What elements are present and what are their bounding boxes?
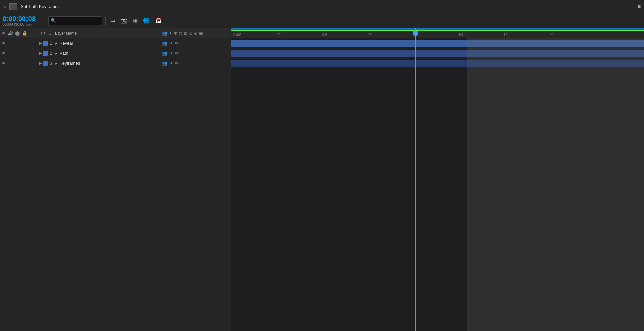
search-icon: 🔍 — [51, 18, 56, 23]
toolbar: 0:00:00:08 00008 (30.00 fps) 🔍 ⇄ 📷 ▦ 🌐 📅 — [0, 13, 644, 28]
current-time[interactable]: 0:00:00:08 — [3, 15, 46, 22]
layer-3-star: ★ — [54, 61, 58, 66]
panel-header: × Set Path Keyframes ≡ — [0, 0, 644, 13]
layer-3-vis: 👁 — [1, 61, 38, 66]
eye-icon[interactable]: 👁 — [1, 41, 6, 46]
globe-button[interactable]: 🌐 — [141, 17, 151, 24]
layer-2-expand[interactable]: ▶ — [38, 51, 43, 55]
extra-icon[interactable]: ▣ — [199, 31, 203, 36]
layer-2-controls: 👥 ✦ ✏ — [159, 51, 230, 56]
layer-row[interactable]: 👁 ▶ 1 ★ Reveal 👥 ✦ ✏ — [0, 38, 231, 48]
main-area: 👁 🔊 ⬤ 🔒 🏷 # Layer Name 👥 ✦ ⊕ fx ▦ ⊙ ⊗ ▣ — [0, 28, 644, 331]
pencil-icon[interactable]: ✏ — [175, 41, 179, 46]
lock-icon[interactable]: 🔒 — [22, 31, 28, 36]
ruler-mark-12f: 12f — [504, 33, 508, 37]
layer-2-vis: 👁 — [1, 51, 38, 56]
audio-icon[interactable]: 🔊 — [8, 31, 13, 36]
visibility-column-icons: 👁 🔊 ⬤ 🔒 — [1, 31, 38, 36]
blend-icon[interactable]: ⊙ — [189, 31, 193, 36]
pencil-icon[interactable]: ✏ — [175, 51, 179, 56]
name-column-header: Layer Name — [54, 31, 159, 36]
parent-link-icon[interactable]: 👥 — [162, 51, 167, 56]
timeline-ruler[interactable]: 0:00f 02f 04f 06f 10f 12f 14f — [231, 28, 644, 38]
num-column-header: # — [47, 31, 54, 36]
control-column-icons: 👥 ✦ ⊕ fx ▦ ⊙ ⊗ ▣ — [159, 31, 230, 36]
motion-blur-icon[interactable]: ✦ — [169, 51, 173, 56]
layer-2-name: Path — [59, 51, 159, 56]
parent-icon[interactable]: 👥 — [162, 31, 167, 36]
parent-link-icon[interactable]: 👥 — [162, 61, 167, 66]
panel-menu-button[interactable]: ≡ — [638, 4, 641, 10]
pencil-icon[interactable]: ✏ — [175, 61, 179, 66]
layer-row[interactable]: 👁 ▶ 2 ★ Path 👥 ✦ ✏ — [0, 48, 231, 58]
solo-icon[interactable]: ⬤ — [15, 31, 20, 36]
layer-panel: 👁 🔊 ⬤ 🔒 🏷 # Layer Name 👥 ✦ ⊕ fx ▦ ⊙ ⊗ ▣ — [0, 28, 231, 331]
toolbar-divider — [105, 17, 106, 25]
layer-2-color — [43, 51, 48, 56]
search-input[interactable] — [57, 18, 100, 23]
layer-3-number: 3 — [48, 61, 54, 66]
work-area-shadow — [467, 38, 644, 331]
eye-icon[interactable]: 👁 — [1, 31, 6, 36]
adjust-icon[interactable]: ⊕ — [174, 31, 177, 36]
motion-blur-icon[interactable]: ✦ — [169, 31, 172, 36]
ruler-mark-0: 0:00f — [233, 33, 241, 37]
column-headers: 👁 🔊 ⬤ 🔒 🏷 # Layer Name 👥 ✦ ⊕ fx ▦ ⊙ ⊗ ▣ — [0, 28, 231, 38]
eye-icon[interactable]: 👁 — [1, 51, 6, 56]
timeline-panel[interactable]: 0:00f 02f 04f 06f 10f 12f 14f — [231, 28, 644, 331]
layer-2-star: ★ — [54, 51, 58, 56]
comp-icon[interactable]: ▦ — [183, 31, 187, 36]
layer-1-vis: 👁 — [1, 41, 38, 46]
playhead-track-line — [415, 38, 416, 331]
ruler-mark-04f: 04f — [322, 33, 327, 37]
calendar-button[interactable]: 📅 — [153, 17, 163, 24]
fx-icon[interactable]: fx — [179, 31, 182, 36]
tag-column-header: 🏷 — [38, 31, 47, 36]
ruler-mark-06f: 06f — [368, 33, 372, 37]
layer-1-number: 1 — [48, 41, 54, 46]
layer-3-color — [43, 61, 48, 66]
grid-button[interactable]: ▦ — [131, 17, 139, 24]
camera-button[interactable]: 📷 — [119, 17, 129, 24]
motion-blur-icon[interactable]: ✦ — [169, 41, 173, 46]
timeline-tracks[interactable] — [231, 38, 644, 331]
ruler-mark-10f: 10f — [459, 33, 463, 37]
time-display[interactable]: 0:00:00:08 00008 (30.00 fps) — [3, 15, 46, 26]
layer-1-color — [43, 41, 48, 46]
layer-row[interactable]: 👁 ▶ 3 ★ Keyframes 👥 ✦ ✏ — [0, 58, 231, 68]
layer-1-name: Reveal — [59, 41, 159, 46]
close-button[interactable]: × — [3, 4, 6, 9]
panel-title: Set Path Keyframes — [21, 4, 634, 9]
playhead-header — [415, 28, 416, 38]
layer-1-expand[interactable]: ▶ — [38, 41, 43, 45]
layer-1-controls: 👥 ✦ ✏ — [159, 41, 230, 46]
transfer-controls-button[interactable]: ⇄ — [109, 17, 117, 24]
motion-blur-icon[interactable]: ✦ — [169, 61, 173, 66]
track-icon[interactable]: ⊗ — [194, 31, 198, 36]
eye-icon[interactable]: 👁 — [1, 61, 6, 66]
ruler: 0:00f 02f 04f 06f 10f 12f 14f — [231, 28, 644, 38]
layer-1-star: ★ — [54, 41, 58, 46]
layer-3-expand[interactable]: ▶ — [38, 61, 43, 65]
panel-icon — [9, 3, 17, 10]
layer-2-number: 2 — [48, 51, 54, 56]
ruler-mark-14f: 14f — [549, 33, 554, 37]
parent-link-icon[interactable]: 👥 — [162, 41, 167, 46]
ruler-mark-02f: 02f — [277, 33, 281, 37]
search-box[interactable]: 🔍 — [48, 16, 102, 25]
layer-3-name: Keyframes — [59, 61, 159, 66]
layer-3-controls: 👥 ✦ ✏ — [159, 61, 230, 66]
frame-info: 00008 (30.00 fps) — [3, 22, 46, 26]
